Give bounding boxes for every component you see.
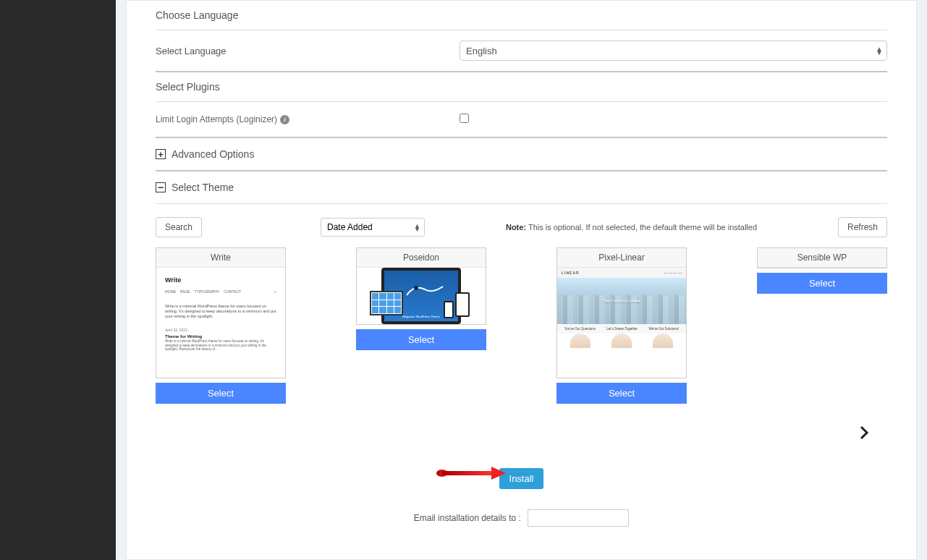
choose-language-heading: Choose Language (156, 1, 887, 30)
select-theme-toggle[interactable]: − Select Theme (156, 171, 887, 203)
refresh-button[interactable]: Refresh (838, 217, 887, 237)
plugin-loginizer-checkbox[interactable] (460, 114, 469, 123)
theme-name: Pixel-Linear (557, 248, 686, 268)
theme-note: Note: This is optional. If not selected,… (435, 223, 828, 232)
theme-card-sensible-wp: Sensible WP sible Home About Blog Page C… (757, 247, 887, 404)
select-theme-button[interactable]: Select (757, 273, 887, 294)
annotation-arrow-icon (435, 464, 507, 484)
email-label: Email installation details to : (414, 513, 521, 523)
plugin-loginizer-label: Limit Login Attempts (Loginizer) (156, 114, 277, 124)
svg-point-0 (414, 286, 418, 290)
svg-rect-2 (442, 471, 493, 475)
theme-name: Poseidon (357, 248, 486, 268)
select-theme-button[interactable]: Select (356, 329, 486, 350)
email-field[interactable] (528, 509, 629, 527)
select-theme-button[interactable]: Select (156, 383, 286, 404)
theme-name: Sensible WP (758, 248, 886, 268)
theme-preview[interactable]: LINEAR— — — — The Future Is Linear You'v… (557, 268, 686, 378)
plus-icon: + (156, 149, 166, 159)
sidebar (0, 0, 116, 560)
theme-card-write: Write Write HOME PAGE TYPOGRAPHY CONTACT… (156, 247, 286, 404)
info-icon[interactable]: i (280, 115, 289, 124)
theme-preview[interactable]: Write HOME PAGE TYPOGRAPHY CONTACT ⌕ Wri… (156, 268, 285, 378)
next-arrow-icon[interactable] (855, 433, 873, 444)
theme-name: Write (156, 248, 285, 268)
select-plugins-heading: Select Plugins (156, 72, 887, 101)
search-button[interactable]: Search (156, 217, 202, 237)
theme-card-pixel-linear: Pixel-Linear LINEAR— — — — The Future Is… (556, 247, 687, 404)
theme-preview[interactable]: Magazine WordPress Theme (357, 268, 486, 324)
advanced-options-toggle[interactable]: + Advanced Options (156, 138, 887, 170)
select-theme-button[interactable]: Select (556, 383, 687, 404)
minus-icon: − (156, 182, 166, 192)
sort-select[interactable]: Date Added (321, 218, 425, 237)
theme-card-poseidon: Poseidon Magazine WordPress Theme (356, 247, 486, 404)
select-language-label: Select Language (156, 46, 460, 56)
language-select[interactable]: English (460, 41, 887, 61)
